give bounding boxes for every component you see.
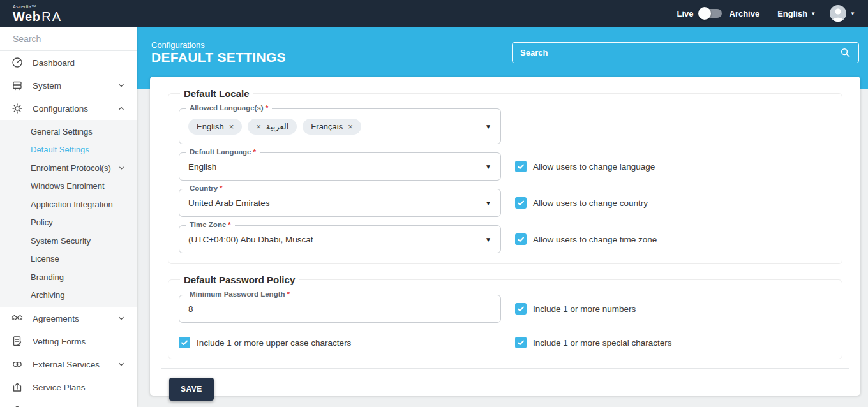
required-mark: * xyxy=(228,221,230,228)
sub-item-label: Branding xyxy=(31,272,64,282)
sidebar-item-vetting-forms[interactable]: Vetting Forms xyxy=(0,330,137,353)
sidebar-item-default-settings[interactable]: Default Settings xyxy=(0,141,137,159)
gear-icon xyxy=(11,103,23,114)
sub-item-label: Policy xyxy=(31,218,53,227)
settings-card: Default Locale Allowed Language(s)* Engl… xyxy=(150,77,860,396)
default-language-select[interactable]: Default Language* English ▼ xyxy=(179,152,501,181)
allow-change-language-checkbox[interactable]: Allow users to change language xyxy=(515,161,655,172)
required-mark: * xyxy=(253,148,255,156)
header-search xyxy=(512,42,859,63)
sidebar-item-policy[interactable]: Policy xyxy=(0,214,137,232)
archive-label: Archive xyxy=(730,9,760,18)
sub-item-label: General Settings xyxy=(31,127,93,137)
dropdown-caret-icon[interactable]: ▼ xyxy=(485,123,491,130)
sidebar-item-enterprises[interactable]: Enterprises xyxy=(0,399,137,407)
live-archive-toggle[interactable] xyxy=(700,9,722,18)
sub-item-label: Enrolment Protocol(s) xyxy=(31,163,111,173)
sidebar: Dashboard System Configurations xyxy=(0,27,137,407)
field-label: Default Language* xyxy=(186,148,260,156)
dropdown-caret-icon[interactable]: ▼ xyxy=(485,236,491,243)
chip-arabic[interactable]: العربية× xyxy=(248,119,297,135)
sidebar-item-label: Vetting Forms xyxy=(33,337,86,346)
sidebar-item-dashboard[interactable]: Dashboard xyxy=(0,51,137,74)
sidebar-item-agreements[interactable]: Agreements xyxy=(0,307,137,330)
checkbox-checked-icon[interactable] xyxy=(515,337,527,348)
checkbox-checked-icon[interactable] xyxy=(515,197,527,209)
field-label: Allowed Language(s)* xyxy=(186,104,272,112)
handshake-icon xyxy=(11,313,23,324)
default-locale-section: Default Locale Allowed Language(s)* Engl… xyxy=(168,88,842,264)
user-menu[interactable]: ▼ xyxy=(830,5,855,22)
checkbox-checked-icon[interactable] xyxy=(515,233,527,245)
selected-value: United Arab Emirates xyxy=(188,198,270,208)
sidebar-item-application-integration[interactable]: Application Integration xyxy=(0,195,137,214)
sub-item-label: System Security xyxy=(31,236,91,246)
language-dropdown[interactable]: English ▼ xyxy=(777,9,816,18)
remove-icon[interactable]: × xyxy=(229,122,234,131)
chip-french[interactable]: Français× xyxy=(303,119,361,135)
sidebar-item-external-services[interactable]: External Services xyxy=(0,353,137,376)
chip-label: Français xyxy=(311,122,343,131)
brand-web: Web xyxy=(13,10,40,24)
sub-item-label: Application Integration xyxy=(31,200,113,209)
chip-label: English xyxy=(197,122,224,131)
allow-change-country-checkbox[interactable]: Allow users to change country xyxy=(515,197,648,209)
sidebar-search-input[interactable] xyxy=(13,34,128,44)
chevron-down-icon: ▼ xyxy=(850,11,855,17)
link-icon xyxy=(11,359,23,370)
include-special-checkbox[interactable]: Include 1 or more special characters xyxy=(515,337,672,348)
allowed-languages-field[interactable]: Allowed Language(s)* English× العربية× F… xyxy=(179,108,501,144)
top-navbar: Ascertia™ WebRA Live Archive English ▼ ▼ xyxy=(0,0,868,27)
checkbox-checked-icon[interactable] xyxy=(515,303,527,314)
chevron-down-icon: ▼ xyxy=(811,11,816,17)
sidebar-item-enrolment-protocols[interactable]: Enrolment Protocol(s) xyxy=(0,159,137,177)
sidebar-item-configurations[interactable]: Configurations xyxy=(0,97,137,120)
search-icon[interactable] xyxy=(840,47,851,58)
sidebar-item-system[interactable]: System xyxy=(0,74,137,97)
sidebar-item-branding[interactable]: Branding xyxy=(0,268,137,286)
remove-icon[interactable]: × xyxy=(256,122,261,131)
password-policy-section: Default Password Policy Minimum Password… xyxy=(168,274,842,359)
include-numbers-checkbox[interactable]: Include 1 or more numbers xyxy=(515,303,636,314)
navbar-controls: Live Archive English ▼ ▼ xyxy=(677,5,855,22)
checkbox-label: Include 1 or more special characters xyxy=(533,338,672,348)
sidebar-item-system-security[interactable]: System Security xyxy=(0,232,137,250)
country-select[interactable]: Country* United Arab Emirates ▼ xyxy=(179,189,501,217)
checkbox-checked-icon[interactable] xyxy=(515,161,527,172)
sidebar-item-archiving[interactable]: Archiving xyxy=(0,286,137,305)
brand-ra: RA xyxy=(41,10,62,24)
dropdown-caret-icon[interactable]: ▼ xyxy=(485,200,491,207)
avatar xyxy=(830,5,846,22)
sub-item-label: License xyxy=(31,254,59,263)
system-icon xyxy=(11,80,23,91)
breadcrumb: Configurations xyxy=(151,40,205,50)
checkbox-checked-icon[interactable] xyxy=(179,337,190,348)
sidebar-item-general-settings[interactable]: General Settings xyxy=(0,122,137,141)
header-search-input[interactable] xyxy=(520,48,840,57)
remove-icon[interactable]: × xyxy=(348,122,353,131)
min-password-length-input[interactable] xyxy=(188,304,461,314)
sidebar-item-label: External Services xyxy=(33,360,100,369)
toggle-knob xyxy=(698,7,711,20)
include-uppercase-checkbox[interactable]: Include 1 or more upper case characters xyxy=(179,337,351,348)
brand-logo[interactable]: Ascertia™ WebRA xyxy=(13,4,62,23)
selected-value: English xyxy=(188,162,216,172)
chip-label: العربية xyxy=(266,122,289,131)
allow-change-timezone-checkbox[interactable]: Allow users to change time zone xyxy=(515,233,657,245)
page-title: DEFAULT SETTINGS xyxy=(151,50,286,65)
bank-icon xyxy=(11,404,23,407)
sidebar-item-license[interactable]: License xyxy=(0,250,137,269)
chevron-down-icon xyxy=(117,314,126,323)
dropdown-caret-icon[interactable]: ▼ xyxy=(485,163,491,170)
divider xyxy=(161,368,849,369)
sidebar-item-service-plans[interactable]: Service Plans xyxy=(0,376,137,399)
checkbox-label: Include 1 or more upper case characters xyxy=(197,338,351,348)
chevron-down-icon xyxy=(117,81,126,90)
sidebar-item-windows-enrolment[interactable]: Windows Enrolment xyxy=(0,177,137,196)
min-password-length-field[interactable]: Minimum Password Length* xyxy=(179,295,501,323)
save-button[interactable]: SAVE xyxy=(169,378,214,401)
chip-english[interactable]: English× xyxy=(188,119,242,135)
timezone-select[interactable]: Time Zone* (UTC+04:00) Abu Dhabi, Muscat… xyxy=(179,225,501,253)
language-chips: English× العربية× Français× xyxy=(188,119,361,135)
brand-small: Ascertia™ xyxy=(13,4,62,9)
